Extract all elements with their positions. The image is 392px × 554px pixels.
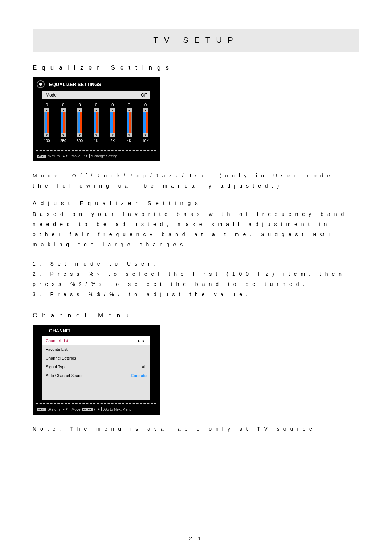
band-value: 0 — [111, 103, 114, 107]
equalizer-band[interactable]: 0▲▼1K — [89, 103, 103, 143]
band-freq: 100 — [44, 139, 50, 143]
band-up-icon[interactable]: ▲ — [44, 108, 49, 112]
channel-row[interactable]: Channel Settings — [42, 354, 150, 362]
band-value: 0 — [79, 103, 81, 107]
band-up-icon[interactable]: ▲ — [110, 108, 115, 112]
band-value: 0 — [62, 103, 64, 107]
instruction-line: 2. Press %› to select the first (100 Hz)… — [33, 269, 359, 289]
instruction-line: 1. Set mode to User. — [33, 259, 359, 269]
updown-arrows-icon: ▲▼ — [61, 407, 69, 411]
equalizer-heading: Equalizer Settings — [33, 64, 359, 71]
row-label: Channel Settings — [46, 356, 147, 360]
band-slider[interactable] — [110, 112, 115, 133]
menu-key-icon: MENU — [37, 408, 46, 411]
channel-row[interactable]: Favorite List — [42, 345, 150, 354]
updown-arrows-icon: ▲▼ — [61, 154, 69, 158]
equalizer-band[interactable]: 0▲▼250 — [56, 103, 70, 143]
band-freq: 4K — [127, 139, 131, 143]
band-freq: 500 — [77, 139, 83, 143]
equalizer-panel-header: EQUALIZER SETTINGS — [33, 77, 159, 91]
band-up-icon[interactable]: ▲ — [143, 108, 148, 112]
channel-row[interactable]: Auto Channel SearchExecute — [42, 371, 150, 380]
equalizer-band[interactable]: 0▲▼500 — [73, 103, 87, 143]
band-down-icon[interactable]: ▼ — [77, 133, 82, 137]
band-value: 0 — [128, 103, 130, 107]
band-freq: 2K — [110, 139, 115, 143]
channel-heading: Channel Menu — [33, 312, 359, 319]
band-up-icon[interactable]: ▲ — [77, 108, 82, 112]
row-value: Execute — [131, 373, 147, 378]
band-up-icon[interactable]: ▲ — [94, 108, 99, 112]
equalizer-band[interactable]: 0▲▼10K — [138, 103, 153, 143]
mode-description: Mode: Off/Rock/Pop/Jazz/User (only in Us… — [33, 171, 359, 191]
band-freq: 250 — [60, 139, 66, 143]
adjust-steps: 1. Set mode to User.2. Press %› to selec… — [33, 259, 359, 299]
band-down-icon[interactable]: ▼ — [61, 133, 66, 137]
band-slider[interactable] — [44, 112, 49, 133]
channel-panel-header: CHANNEL — [33, 325, 159, 336]
channel-body: Channel List►►Favorite ListChannel Setti… — [42, 336, 150, 380]
mode-value: Off — [141, 93, 147, 98]
row-label: Favorite List — [46, 347, 147, 352]
band-slider[interactable] — [143, 112, 148, 133]
row-arrows-icon: ►► — [137, 339, 147, 343]
row-label: Signal Type — [46, 365, 142, 369]
footer-change: :Change Setting — [91, 154, 117, 158]
menu-key-icon: MENU — [37, 155, 46, 158]
band-down-icon[interactable]: ▼ — [44, 133, 49, 137]
page-number: 2 1 — [33, 535, 359, 541]
band-freq: 1K — [94, 139, 98, 143]
band-down-icon[interactable]: ▼ — [127, 133, 132, 137]
target-icon — [37, 80, 45, 88]
equalizer-mode-row[interactable]: Mode Off — [42, 91, 150, 99]
equalizer-band[interactable]: 0▲▼100 — [40, 103, 54, 143]
footer-move: :Move — [70, 154, 80, 158]
band-down-icon[interactable]: ▼ — [143, 133, 148, 137]
equalizer-panel-title: EQUALIZER SETTINGS — [49, 82, 101, 87]
leftright-arrows-icon: ◄► — [82, 154, 90, 158]
footer-next: :Go to Next Menu — [103, 407, 131, 411]
band-slider[interactable] — [94, 112, 99, 133]
footer-return: :Return — [48, 154, 60, 158]
band-down-icon[interactable]: ▼ — [110, 133, 115, 137]
adjust-heading: Adjust Equalizer Settings — [33, 200, 359, 206]
equalizer-band[interactable]: 0▲▼2K — [105, 103, 120, 143]
footer-return: :Return — [48, 407, 60, 411]
band-slider[interactable] — [61, 112, 66, 133]
channel-footer: MENU :Return ▲▼ :Move ENTER / ► :Go to N… — [33, 404, 159, 414]
band-value: 0 — [95, 103, 97, 107]
band-up-icon[interactable]: ▲ — [127, 108, 132, 112]
channel-note: Note: The menu is available only at TV s… — [33, 424, 359, 434]
row-value: Air — [142, 365, 147, 369]
adjust-text: Based on your favorite bass with of freq… — [33, 209, 359, 250]
band-value: 0 — [46, 103, 48, 107]
enter-key-icon: ENTER — [82, 408, 93, 411]
channel-row[interactable]: Channel List►► — [42, 336, 150, 345]
row-label: Channel List — [46, 338, 137, 343]
right-arrow-icon: ► — [97, 407, 102, 411]
band-freq: 10K — [142, 139, 149, 143]
instruction-line: 3. Press %$/%› to adjust the value. — [33, 289, 359, 299]
channel-panel: CHANNEL Channel List►►Favorite ListChann… — [33, 325, 160, 415]
band-up-icon[interactable]: ▲ — [61, 108, 66, 112]
equalizer-footer: MENU :Return ▲▼ :Move ◄► :Change Setting — [33, 151, 159, 161]
mode-label: Mode — [46, 93, 57, 98]
footer-move: :Move — [70, 407, 80, 411]
channel-row[interactable]: Signal TypeAir — [42, 362, 150, 371]
equalizer-bands: 0▲▼1000▲▼2500▲▼5000▲▼1K0▲▼2K0▲▼4K0▲▼10K — [33, 99, 159, 150]
channel-panel-title: CHANNEL — [49, 328, 72, 333]
channel-spacer — [42, 380, 150, 400]
band-slider[interactable] — [127, 112, 132, 133]
slash: / — [94, 407, 95, 411]
band-value: 0 — [144, 103, 147, 107]
band-slider[interactable] — [77, 112, 82, 133]
row-label: Auto Channel Search — [46, 373, 131, 378]
band-down-icon[interactable]: ▼ — [94, 133, 99, 137]
equalizer-panel: EQUALIZER SETTINGS Mode Off 0▲▼1000▲▼250… — [33, 77, 160, 161]
page-title: TV SETUP — [153, 36, 239, 45]
title-bar: TV SETUP — [33, 29, 359, 52]
equalizer-band[interactable]: 0▲▼4K — [122, 103, 136, 143]
